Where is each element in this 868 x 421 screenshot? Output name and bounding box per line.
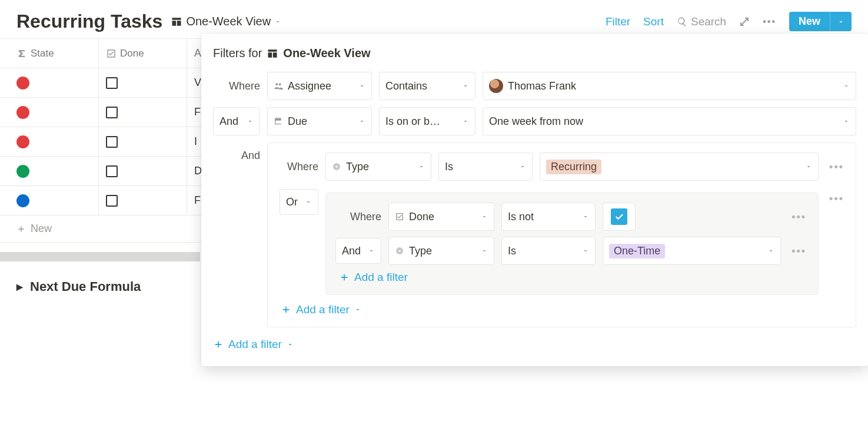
cell-done[interactable] [99,98,187,127]
property-select[interactable]: Due [267,107,372,135]
filter-rule: And Due Is on or b… One week from now [213,107,856,135]
operator-name: Is not [508,211,534,223]
select-icon [332,162,341,171]
checkbox[interactable] [106,107,118,118]
property-name: Due [288,115,307,128]
chevron-down-icon [519,163,526,170]
conjunction-label: Where [276,161,318,173]
table-icon [171,16,182,28]
expand-icon [739,16,750,27]
column-label: State [31,48,54,59]
rule-more-button[interactable]: ••• [788,211,810,223]
checkbox-icon [395,212,404,221]
cell-state [0,157,99,185]
sort-button[interactable]: Sort [643,15,664,28]
conjunction-name: And [342,245,361,257]
chevron-down-icon [481,213,488,220]
cell-done[interactable] [99,68,187,97]
rule-more-button[interactable]: ••• [788,245,810,257]
state-dot [16,106,29,119]
chevron-down-icon [247,118,254,125]
operator-select[interactable]: Is not [501,203,596,231]
chevron-down-icon [462,82,469,89]
triangle-right-icon: ▶ [16,282,23,291]
value-select[interactable]: One week from now [483,107,856,135]
chevron-down-icon [843,118,850,125]
property-select[interactable]: Assignee [267,72,372,100]
checkbox[interactable] [106,165,118,177]
filter-button[interactable]: Filter [606,15,630,28]
filter-rule: And Type Is [334,237,810,265]
conjunction-select[interactable]: And [213,107,260,135]
add-filter-button[interactable]: Add a filter [339,271,810,284]
property-select[interactable]: Type [325,153,431,181]
select-icon [395,246,404,256]
expand-button[interactable] [739,16,750,27]
filter-view-name: One-Week View [283,47,370,60]
operator-select[interactable]: Is [501,237,596,265]
operator-name: Is [508,245,516,257]
group-more-button[interactable]: ••• [826,187,847,205]
column-label: Done [120,48,144,59]
cell-done[interactable] [99,186,187,215]
value-checkbox[interactable] [603,203,636,231]
filter-rule: Where Done Is not [334,203,810,231]
conjunction-select[interactable]: And [335,238,381,264]
operator-select[interactable]: Contains [379,72,475,100]
cell-state [0,127,99,156]
add-filter-label: Add a filter [228,338,282,351]
chevron-down-icon [358,118,365,125]
checked-icon [611,208,627,225]
conjunction-select[interactable]: Or [280,189,318,215]
value-select[interactable]: One-Time [603,237,781,265]
checkbox[interactable] [106,136,118,148]
state-dot [16,165,29,178]
cell-done[interactable] [99,157,187,185]
cell-done[interactable] [99,127,187,156]
property-select[interactable]: Done [388,203,494,231]
table-footer-strip [0,252,200,261]
checkbox[interactable] [106,77,118,89]
more-button[interactable]: ••• [763,16,776,27]
plus-icon [281,304,291,315]
property-name: Type [346,161,369,173]
value-tag: One-Time [609,244,665,258]
page-title: Recurring Tasks [16,11,162,32]
checkbox[interactable] [106,195,118,207]
operator-select[interactable]: Is [438,153,533,181]
view-name: One-Week View [186,15,271,28]
new-dropdown[interactable] [830,12,852,31]
search-button[interactable]: Search [677,15,726,28]
checkbox-icon [106,48,117,59]
chevron-down-icon [837,18,844,25]
value-select[interactable]: Recurring [540,153,819,181]
view-switcher[interactable]: One-Week View [171,15,281,28]
chevron-down-icon [418,163,425,170]
chevron-down-icon [767,247,774,254]
filter-group-row: Or Where Done Is not [276,187,847,295]
column-header-state[interactable]: State [0,39,99,68]
search-label: Search [691,15,726,28]
operator-select[interactable]: Is on or b… [379,107,475,135]
filter-rule: Where Type Is Recurring ••• [276,153,847,181]
chevron-down-icon [368,247,375,254]
add-filter-button[interactable]: Add a filter [281,303,847,316]
filter-panel-title: Filters for One-Week View [213,47,856,60]
chevron-down-icon [481,247,488,254]
new-button[interactable]: New [789,12,830,31]
cell-state [0,68,99,97]
property-select[interactable]: Type [388,237,494,265]
operator-name: Is [445,161,453,173]
property-name: Assignee [288,80,331,92]
filter-title-prefix: Filters for [213,47,262,60]
filter-group: Where Type Is Recurring ••• [267,142,856,327]
add-filter-label: Add a filter [296,303,350,316]
column-header-done[interactable]: Done [99,39,187,68]
chevron-down-icon [582,247,589,254]
add-filter-button[interactable]: Add a filter [213,338,856,351]
cell-state [0,98,99,127]
value-select[interactable]: Thomas Frank [483,72,856,100]
new-row-label: New [31,223,52,235]
add-filter-label: Add a filter [354,271,408,284]
rule-more-button[interactable]: ••• [826,161,847,173]
